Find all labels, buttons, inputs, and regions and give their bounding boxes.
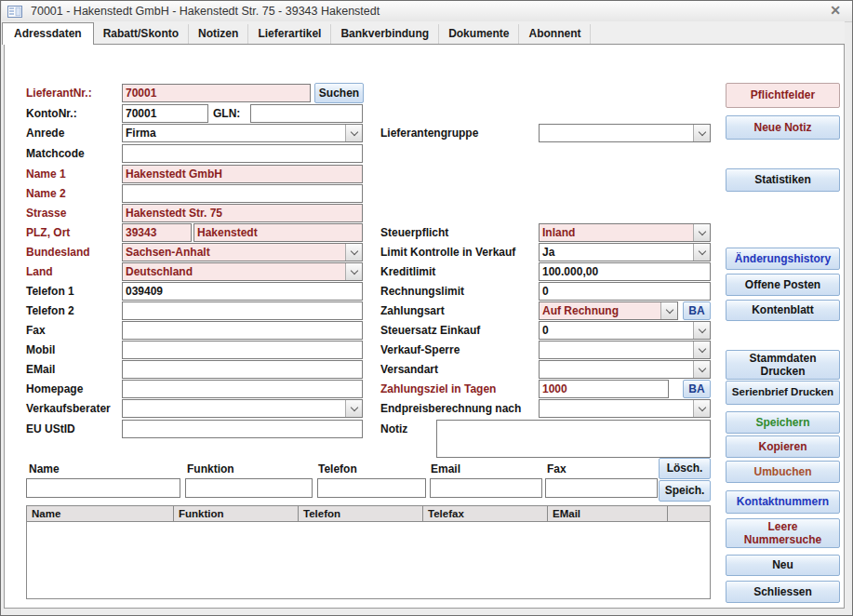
lieferantengruppe-label: Lieferantengruppe <box>380 127 478 140</box>
chevron-down-icon[interactable] <box>660 302 677 319</box>
chevron-down-icon[interactable] <box>693 322 710 339</box>
neue-notiz-button[interactable]: Neue Notiz <box>726 115 840 140</box>
title-bar: 70001 - Hakenstedt GmbH - Hakenstedt Str… <box>2 1 853 22</box>
name1-field[interactable] <box>122 165 363 183</box>
kreditlimit-field[interactable] <box>539 262 711 281</box>
verkauf-sperre-select[interactable] <box>539 341 711 359</box>
email-field[interactable] <box>122 360 363 379</box>
steuerpflicht-select[interactable]: Inland <box>539 223 711 242</box>
offene-posten-button[interactable]: Offene Posten <box>726 274 840 296</box>
endpreisberechnung-label: Endpreisberechnung nach <box>380 402 521 415</box>
chevron-down-icon[interactable] <box>693 244 710 261</box>
zahlungsziel-label: Zahlungsziel in Tagen <box>380 382 496 395</box>
verkaufsberater-select[interactable] <box>122 399 363 418</box>
ba-button-zahlungsart[interactable]: BA <box>683 301 711 320</box>
statistiken-button[interactable]: Statistiken <box>726 168 840 192</box>
chevron-down-icon[interactable] <box>693 361 710 378</box>
col-telefax: Telefax <box>423 506 548 521</box>
contact-email-label: Email <box>431 462 460 475</box>
fax-field[interactable] <box>122 321 363 340</box>
chevron-down-icon[interactable] <box>345 263 362 280</box>
rechnungslimit-label: Rechnungslimit <box>380 285 464 298</box>
tab-adressdaten[interactable]: Adressdaten <box>2 22 94 45</box>
pflichtfelder-button[interactable]: Pflichtfelder <box>726 83 840 108</box>
tab-lieferartikel[interactable]: Lieferartikel <box>248 24 331 44</box>
stammdaten-drucken-button[interactable]: Stammdaten Drucken <box>726 350 840 380</box>
telefon1-field[interactable] <box>122 282 363 301</box>
rechnungslimit-field[interactable] <box>539 282 711 301</box>
matchcode-label: Matchcode <box>26 147 85 160</box>
telefon2-label: Telefon 2 <box>26 304 74 317</box>
contact-email-field[interactable] <box>430 478 542 498</box>
chevron-down-icon[interactable] <box>693 224 710 241</box>
tab-rabatt-skonto[interactable]: Rabatt/Skonto <box>94 24 189 44</box>
umbuchen-button[interactable]: Umbuchen <box>726 461 840 483</box>
limit-kontrolle-select[interactable]: Ja <box>539 243 711 261</box>
neu-button[interactable]: Neu <box>726 555 840 576</box>
schliessen-button[interactable]: Schliessen <box>726 581 840 603</box>
tab-abonnent[interactable]: Abonnent <box>519 24 591 44</box>
fax-label: Fax <box>26 324 46 337</box>
name2-field[interactable] <box>122 184 363 203</box>
col-email: EMail <box>548 506 668 521</box>
tab-bankverbindung[interactable]: Bankverbindung <box>331 24 439 44</box>
zahlungsart-label: Zahlungsart <box>380 304 445 317</box>
kontenblatt-button[interactable]: Kontenblatt <box>726 300 840 321</box>
verkauf-sperre-label: Verkauf-Sperre <box>380 343 460 356</box>
chevron-down-icon[interactable] <box>693 400 710 417</box>
contacts-table-body[interactable] <box>26 522 711 599</box>
gln-field[interactable] <box>250 104 363 123</box>
form-icon <box>7 6 22 18</box>
tab-dokumente[interactable]: Dokumente <box>439 24 519 44</box>
homepage-field[interactable] <box>122 380 363 398</box>
speichern-button[interactable]: Speichern <box>726 411 840 434</box>
bundesland-select[interactable]: Sachsen-Anhalt <box>122 243 363 261</box>
zahlungsart-select[interactable]: Auf Rechnung <box>539 301 678 320</box>
ba-button-zahlungsziel[interactable]: BA <box>683 380 711 398</box>
plz-field[interactable] <box>122 223 192 242</box>
notiz-textarea[interactable] <box>436 420 711 458</box>
matchcode-field[interactable] <box>122 144 363 163</box>
zahlungsziel-field[interactable] <box>539 380 669 398</box>
endpreisberechnung-select[interactable] <box>539 399 711 418</box>
strasse-field[interactable] <box>122 204 363 222</box>
suchen-button[interactable]: Suchen <box>314 83 364 103</box>
homepage-label: Homepage <box>26 382 83 395</box>
land-select[interactable]: Deutschland <box>122 262 363 281</box>
contact-telefon-field[interactable] <box>317 478 426 498</box>
telefon1-label: Telefon 1 <box>26 285 74 298</box>
close-icon[interactable]: ✕ <box>830 3 841 18</box>
ort-field[interactable] <box>193 223 363 242</box>
steuersatz-einkauf-label: Steuersatz Einkauf <box>380 324 480 337</box>
speichern-kontakt-button[interactable]: Speich. <box>659 480 711 502</box>
mobil-field[interactable] <box>122 341 363 359</box>
versandart-label: Versandart <box>380 363 438 376</box>
aenderungshistory-button[interactable]: Änderungshistory <box>726 248 840 270</box>
col-funktion: Funktion <box>174 506 299 521</box>
eu-ustid-field[interactable] <box>122 420 363 438</box>
contact-funktion-field[interactable] <box>185 478 313 498</box>
chevron-down-icon[interactable] <box>345 125 362 141</box>
chevron-down-icon[interactable] <box>345 244 362 261</box>
loeschen-button[interactable]: Lösch. <box>659 458 711 479</box>
anrede-select[interactable]: Firma <box>122 124 363 142</box>
lieferantengruppe-select[interactable] <box>539 124 711 142</box>
kreditlimit-label: Kreditlimit <box>380 265 435 278</box>
tab-notizen[interactable]: Notizen <box>189 24 248 44</box>
contact-fax-field[interactable] <box>545 478 658 498</box>
lieferantnr-label: LieferantNr.: <box>26 87 92 100</box>
kontonr-field[interactable] <box>122 104 208 123</box>
serienbrief-drucken-button[interactable]: Serienbrief Drucken <box>726 381 840 405</box>
chevron-down-icon[interactable] <box>693 125 710 141</box>
contact-name-field[interactable] <box>26 478 180 498</box>
kopieren-button[interactable]: Kopieren <box>726 435 840 458</box>
kontaktnummern-button[interactable]: Kontaktnummern <box>726 490 840 514</box>
telefon2-field[interactable] <box>122 301 363 320</box>
chevron-down-icon[interactable] <box>693 341 710 358</box>
chevron-down-icon[interactable] <box>345 400 362 417</box>
eu-ustid-label: EU UStID <box>26 422 75 435</box>
steuersatz-einkauf-select[interactable]: 0 <box>539 321 711 340</box>
lieferantnr-field[interactable] <box>122 84 311 102</box>
leere-nummersuche-button[interactable]: Leere Nummersuche <box>726 518 840 548</box>
versandart-select[interactable] <box>539 360 711 379</box>
